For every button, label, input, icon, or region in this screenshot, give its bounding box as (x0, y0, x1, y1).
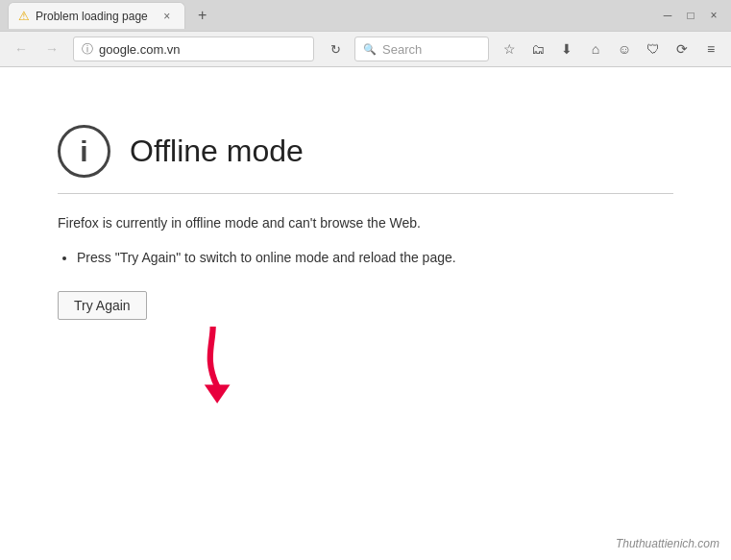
main-content: i Offline mode Firefox is currently in o… (0, 67, 731, 560)
reload-button[interactable]: ↻ (322, 36, 349, 62)
shield-icon[interactable]: 🛡 (641, 37, 666, 61)
smiley-icon[interactable]: ☺ (612, 37, 637, 61)
error-list: Press "Try Again" to switch to online mo… (77, 247, 673, 268)
browser-tab[interactable]: ⚠ Problem loading page × (8, 2, 185, 29)
window-chrome: ⚠ Problem loading page × + ─ □ × ← → ⓘ g… (0, 0, 731, 67)
tab-close-button[interactable]: × (159, 9, 175, 24)
tab-warning-icon: ⚠ (18, 9, 30, 23)
back-button[interactable]: ← (8, 36, 35, 62)
info-circle-icon: i (58, 125, 110, 178)
tab-title: Problem loading page (36, 10, 148, 23)
sync-icon[interactable]: ⟳ (670, 37, 694, 61)
address-bar[interactable]: ⓘ google.com.vn (73, 37, 314, 61)
address-text: google.com.vn (99, 42, 181, 57)
error-list-item: Press "Try Again" to switch to online mo… (77, 247, 673, 268)
search-icon: 🔍 (363, 43, 377, 56)
menu-icon[interactable]: ≡ (698, 37, 723, 61)
close-window-button[interactable]: × (704, 6, 723, 25)
search-placeholder: Search (382, 42, 422, 57)
title-bar: ⚠ Problem loading page × + ─ □ × (0, 0, 731, 31)
library-icon[interactable]: 🗂 (525, 37, 550, 61)
address-info-icon: ⓘ (82, 41, 93, 58)
maximize-button[interactable]: □ (681, 6, 700, 25)
divider (58, 193, 673, 194)
home-icon[interactable]: ⌂ (583, 37, 608, 61)
new-tab-button[interactable]: + (189, 2, 216, 29)
minimize-button[interactable]: ─ (658, 6, 677, 25)
search-bar[interactable]: 🔍 Search (354, 37, 489, 61)
forward-button[interactable]: → (38, 36, 65, 62)
toolbar-icons: ☆ 🗂 ⬇ ⌂ ☺ 🛡 ⟳ ≡ (497, 37, 723, 61)
try-again-button[interactable]: Try Again (58, 291, 147, 320)
title-bar-left: ⚠ Problem loading page × + (8, 2, 216, 29)
svg-marker-0 (205, 384, 231, 403)
bookmark-icon[interactable]: ☆ (497, 37, 522, 61)
download-icon[interactable]: ⬇ (554, 37, 579, 61)
error-header: i Offline mode (58, 125, 673, 178)
browser-toolbar: ← → ⓘ google.com.vn ↻ 🔍 Search ☆ 🗂 ⬇ ⌂ ☺… (0, 31, 731, 67)
watermark: Thuthuattienich.com (616, 537, 719, 550)
error-description: Firefox is currently in offline mode and… (58, 213, 673, 233)
window-controls: ─ □ × (658, 6, 723, 25)
error-title: Offline mode (130, 134, 304, 169)
arrow-annotation (192, 327, 259, 407)
